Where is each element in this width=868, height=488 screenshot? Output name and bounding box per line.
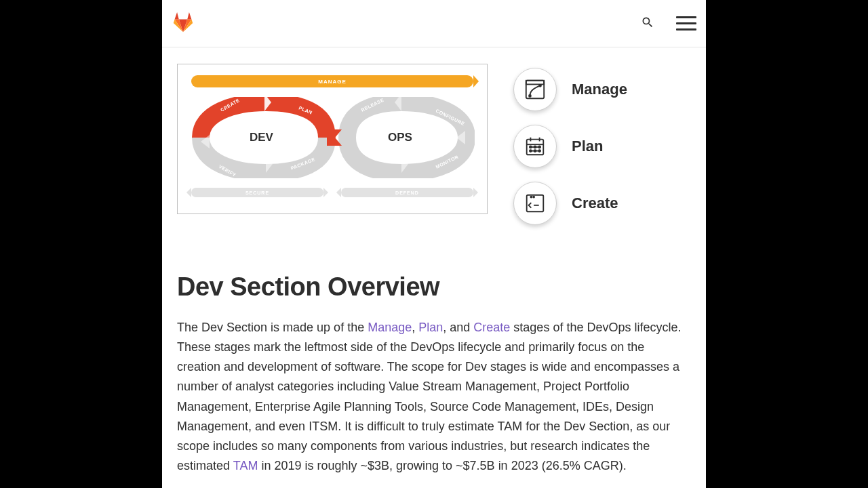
text: The Dev Section is made up of the: [177, 321, 368, 334]
header-actions: [641, 16, 696, 32]
devops-diagram: MANAGE: [177, 64, 488, 214]
svg-rect-7: [526, 81, 544, 85]
manage-icon: [513, 68, 557, 111]
text: ,: [412, 321, 418, 334]
ops-label: OPS: [388, 131, 412, 144]
link-plan[interactable]: Plan: [418, 321, 443, 334]
menu-icon[interactable]: [676, 16, 696, 30]
page-title: Dev Section Overview: [177, 272, 691, 302]
main-content: MANAGE: [162, 47, 706, 488]
svg-point-8: [529, 95, 531, 97]
stage-create[interactable]: Create: [513, 182, 627, 225]
stage-manage[interactable]: Manage: [513, 68, 627, 111]
svg-point-23: [530, 197, 532, 198]
link-tam[interactable]: TAM: [233, 459, 258, 472]
svg-point-9: [539, 85, 541, 87]
stage-list: Manage Plan Create: [513, 64, 627, 225]
site-header: [162, 0, 706, 47]
svg-rect-22: [527, 195, 544, 212]
svg-point-24: [533, 197, 534, 198]
text: stages of the DevOps lifecycle. These st…: [177, 321, 681, 472]
infinity-loop: CREATE PLAN VERIFY PACKAGE RELEASE CONFI…: [191, 97, 473, 178]
hero-row: MANAGE: [177, 64, 691, 225]
text: in 2019 is roughly ~$3B, growing to ~$7.…: [258, 459, 626, 472]
link-create[interactable]: Create: [473, 321, 510, 334]
stage-label: Create: [572, 195, 618, 212]
link-manage[interactable]: Manage: [368, 321, 412, 334]
dev-label: DEV: [250, 131, 273, 144]
defend-bar: DEFEND: [341, 188, 473, 197]
manage-bar: MANAGE: [191, 75, 473, 87]
bottom-bars: SECURE DEFEND: [191, 188, 473, 197]
search-icon[interactable]: [641, 16, 654, 32]
plan-icon: [513, 125, 557, 168]
overview-paragraph: The Dev Section is made up of the Manage…: [177, 318, 691, 476]
stage-plan[interactable]: Plan: [513, 125, 627, 168]
create-icon: [513, 182, 557, 225]
gitlab-logo[interactable]: [172, 12, 195, 36]
stage-label: Plan: [572, 138, 603, 155]
secure-bar: SECURE: [191, 188, 323, 197]
page-container: MANAGE: [162, 0, 706, 488]
text: , and: [443, 321, 473, 334]
stage-label: Manage: [572, 81, 627, 98]
